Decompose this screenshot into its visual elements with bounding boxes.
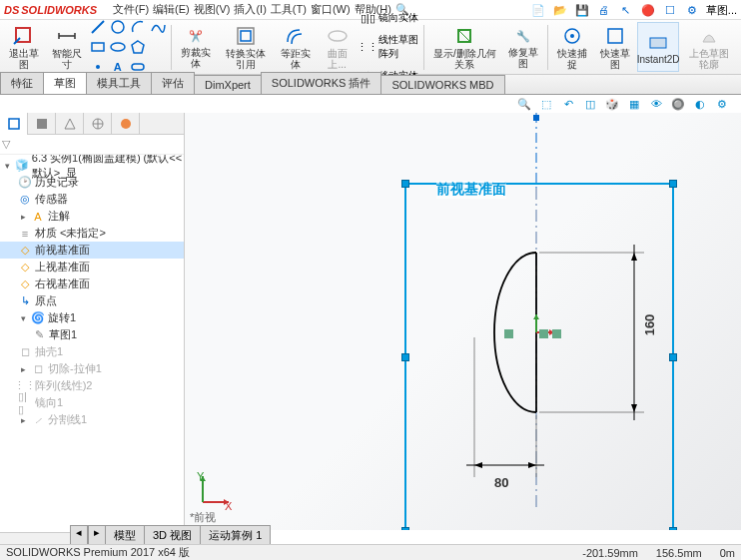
tab-evaluate[interactable]: 评估 (151, 72, 195, 94)
settings-icon[interactable]: ⚙ (684, 2, 700, 18)
quick-sketch-button[interactable]: 快速草图 (594, 22, 634, 72)
new-icon[interactable]: 📄 (530, 2, 546, 18)
tree-extrude[interactable]: ◻抽壳1 (0, 343, 184, 360)
zoom-fit-icon[interactable]: 🔍 (515, 95, 533, 113)
cursor-icon[interactable]: ↖ (618, 2, 634, 18)
options-icon[interactable]: ☐ (662, 2, 678, 18)
appearance-icon[interactable]: 🔘 (669, 95, 687, 113)
repair-button[interactable]: 🔧 修复草图 (503, 22, 543, 72)
centerline-endpoint[interactable] (533, 115, 539, 121)
prev-view-icon[interactable]: ↶ (559, 95, 577, 113)
tab-3dview[interactable]: 3D 视图 (144, 525, 201, 546)
display-tab[interactable] (112, 113, 140, 135)
tree-sketch1[interactable]: ✎草图1 (0, 326, 184, 343)
smart-dimension-button[interactable]: 智能尺寸 (46, 22, 86, 72)
plane-handle-tl[interactable] (401, 180, 409, 188)
tab-mold[interactable]: 模具工具 (86, 72, 152, 94)
menu-tools[interactable]: 工具(T) (271, 2, 307, 17)
circle-icon[interactable] (109, 18, 127, 36)
line-icon[interactable] (89, 18, 107, 36)
instant2d-icon (646, 30, 670, 54)
menu-view[interactable]: 视图(V) (194, 2, 231, 17)
relations-button[interactable]: 显示/删除几何关系 (428, 22, 501, 72)
plane-handle-tr[interactable] (669, 180, 677, 188)
tree-material[interactable]: ≡材质 <未指定> (0, 225, 184, 242)
linear-pattern-icon[interactable]: ⋮⋮ (359, 38, 376, 56)
snap-label: 快速捕捉 (557, 48, 587, 70)
config-tab[interactable] (56, 113, 84, 135)
offset-button[interactable]: 等距实体 (276, 22, 316, 72)
view-settings-icon[interactable]: ⚙ (713, 95, 731, 113)
mirror-label[interactable]: 镜向实体 (378, 11, 418, 25)
quick-last-command[interactable]: 草图... (706, 3, 737, 18)
tree-annotations[interactable]: ▸A注解 (0, 208, 184, 225)
tree-mirror[interactable]: ▯|▯镜向1 (0, 394, 184, 411)
display-style-icon[interactable]: ▦ (625, 95, 643, 113)
mirror-icon[interactable]: ▯|▯ (359, 9, 376, 27)
property-tab[interactable] (28, 113, 56, 135)
quick-snap-button[interactable]: 快速捕捉 (552, 22, 592, 72)
tree-sensors[interactable]: ◎传感器 (0, 191, 184, 208)
tab-plugins[interactable]: SOLIDWORKS 插件 (261, 72, 382, 94)
plane-handle-br[interactable] (669, 527, 677, 530)
convert-button[interactable]: 转换实体引用 (218, 22, 274, 72)
spline-icon[interactable] (149, 18, 167, 36)
quick-sketch-label: 快速草图 (599, 48, 629, 70)
tree-root[interactable]: ▾🧊6.3 实例1(椭圆盖建模) (默认<<默认>_显 (0, 157, 184, 174)
tree-top-plane[interactable]: ◇上视基准面 (0, 259, 184, 276)
feature-manager: ▽ ▾🧊6.3 实例1(椭圆盖建模) (默认<<默认>_显 🕑历史记录 ◎传感器… (0, 113, 185, 530)
menu-window[interactable]: 窗口(W) (311, 2, 351, 17)
tree-front-plane[interactable]: ◇前视基准面 (0, 242, 184, 259)
svg-point-22 (121, 119, 131, 129)
exit-sketch-button[interactable]: 退出草图 (4, 22, 44, 72)
zoom-area-icon[interactable]: ⬚ (537, 95, 555, 113)
status-z: 0m (720, 547, 735, 559)
surface-offset-button[interactable]: 曲面上... (318, 22, 357, 72)
tree-rotate[interactable]: ▾🌀旋转1 (0, 309, 184, 326)
tab-mbd[interactable]: SOLIDWORKS MBD (380, 75, 504, 94)
filter-icon[interactable]: ▽ (2, 138, 10, 151)
tab-model[interactable]: 模型 (105, 525, 145, 546)
linear-pattern-label[interactable]: 线性草图阵列 (378, 33, 419, 61)
contour-button[interactable]: 上色草图轮廓 (681, 22, 737, 72)
tab-dimxpert[interactable]: DimXpert (194, 75, 262, 94)
orientation-icon[interactable]: 🎲 (603, 95, 621, 113)
dimxpert-tab[interactable] (84, 113, 112, 135)
instant2d-button[interactable]: Instant2D (637, 22, 680, 72)
dimension-height[interactable]: 160 (642, 314, 657, 336)
print-icon[interactable]: 🖨 (596, 2, 612, 18)
tree-origin[interactable]: ↳原点 (0, 292, 184, 309)
main-area: ▽ ▾🧊6.3 实例1(椭圆盖建模) (默认<<默认>_显 🕑历史记录 ◎传感器… (0, 113, 741, 530)
tree-right-plane[interactable]: ◇右视基准面 (0, 276, 184, 292)
graphics-viewport[interactable]: 前视基准面 (185, 113, 741, 530)
contour-icon (697, 24, 721, 48)
trim-button[interactable]: ✂️ 剪裁实体 (176, 22, 216, 72)
plane-handle-l[interactable] (401, 353, 409, 361)
hide-show-icon[interactable]: 👁 (647, 95, 665, 113)
rebuild-icon[interactable]: 🔴 (640, 2, 656, 18)
tab-scroll-left[interactable]: ◂ (70, 525, 88, 546)
svg-rect-9 (241, 31, 251, 41)
plane-handle-bl[interactable] (401, 527, 409, 530)
sketch-geometry[interactable] (444, 188, 674, 507)
tab-feature[interactable]: 特征 (0, 72, 44, 94)
save-icon[interactable]: 💾 (574, 2, 590, 18)
polygon-icon[interactable] (129, 38, 147, 56)
arc-icon[interactable] (129, 18, 147, 36)
menu-edit[interactable]: 编辑(E) (153, 2, 190, 17)
tree-split[interactable]: ▸⟋分割线1 (0, 411, 184, 428)
tab-scroll-right[interactable]: ▸ (88, 525, 106, 546)
section-icon[interactable]: ◫ (581, 95, 599, 113)
rectangle-icon[interactable] (89, 38, 107, 56)
tab-sketch[interactable]: 草图 (43, 72, 87, 94)
scene-icon[interactable]: ◐ (691, 95, 709, 113)
dimension-width[interactable]: 80 (494, 475, 508, 490)
open-icon[interactable]: 📂 (552, 2, 568, 18)
tree-cut[interactable]: ▸◻切除-拉伸1 (0, 360, 184, 377)
menu-insert[interactable]: 插入(I) (234, 2, 266, 17)
view-orientation-label: *前视 (190, 510, 216, 525)
tab-motion[interactable]: 运动算例 1 (200, 525, 271, 546)
feature-tree-tab[interactable] (0, 113, 28, 135)
ellipse-icon[interactable] (109, 38, 127, 56)
menu-file[interactable]: 文件(F) (113, 2, 149, 17)
